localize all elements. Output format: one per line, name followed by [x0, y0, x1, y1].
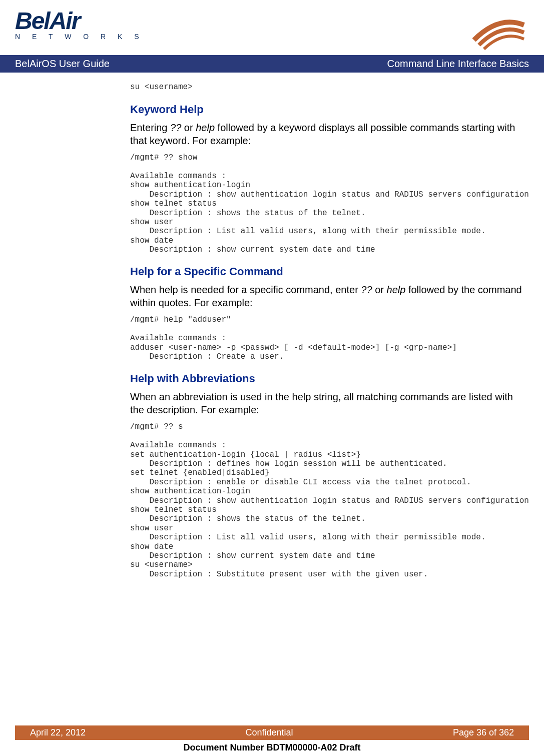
code-block-keyword: /mgmt# ?? show Available commands : show…: [130, 153, 529, 254]
doc-number: Document Number BDTM00000-A02 Draft: [0, 742, 544, 753]
code-block-specific: /mgmt# help "adduser" Available commands…: [130, 315, 529, 361]
para-abbreviations: When an abbreviation is used in the help…: [130, 390, 529, 416]
footer-confidential: Confidential: [245, 727, 293, 738]
code-block-abbrev: /mgmt# ?? s Available commands : set aut…: [130, 422, 529, 579]
logo-swoosh-icon: [469, 10, 529, 50]
code-su: su <username>: [130, 83, 529, 92]
guide-title: BelAirOS User Guide: [15, 58, 110, 70]
footer-page: Page 36 of 362: [453, 727, 514, 738]
footer-bar: April 22, 2012 Confidential Page 36 of 3…: [15, 725, 529, 740]
logo-sub: N E T W O R K S: [15, 33, 144, 41]
footer-date: April 22, 2012: [30, 727, 86, 738]
logo-main: BelAir: [15, 10, 144, 32]
title-bar: BelAirOS User Guide Command Line Interfa…: [0, 55, 544, 73]
logo: BelAir N E T W O R K S: [15, 10, 144, 41]
heading-abbreviations: Help with Abbreviations: [130, 372, 529, 385]
content-area: su <username> Keyword Help Entering ?? o…: [0, 73, 544, 594]
header: BelAir N E T W O R K S: [0, 0, 544, 55]
chapter-title: Command Line Interface Basics: [387, 58, 529, 70]
para-specific-command: When help is needed for a specific comma…: [130, 283, 529, 309]
heading-specific-command: Help for a Specific Command: [130, 265, 529, 278]
heading-keyword-help: Keyword Help: [130, 103, 529, 116]
para-keyword-help: Entering ?? or help followed by a keywor…: [130, 121, 529, 147]
